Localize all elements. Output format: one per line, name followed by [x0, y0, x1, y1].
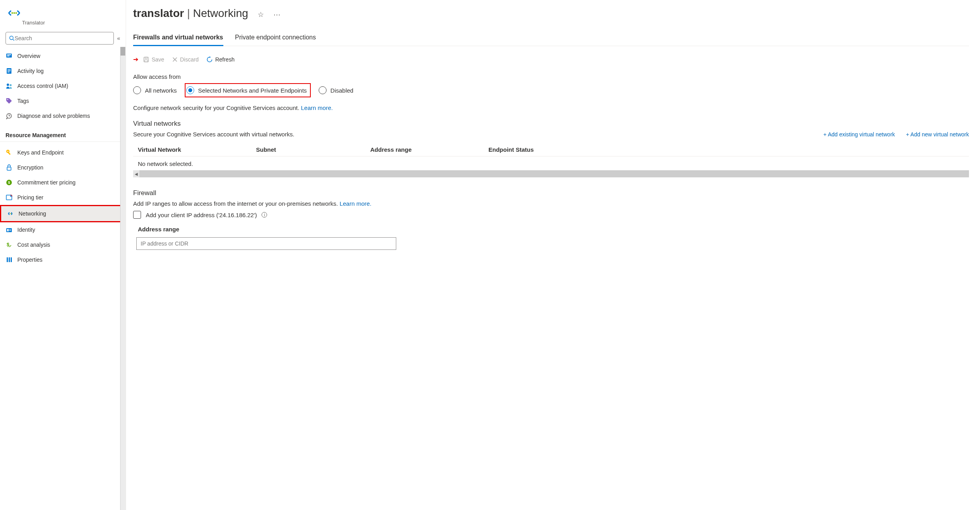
sidebar-item-props[interactable]: Properties: [0, 252, 126, 267]
sidebar-item-tags[interactable]: Tags: [0, 93, 126, 108]
refresh-button[interactable]: Refresh: [206, 56, 234, 63]
sidebar-item-label: Encryption: [17, 164, 43, 171]
sidebar-item-pricing[interactable]: Pricing tier: [0, 190, 126, 205]
refresh-icon: [206, 56, 213, 63]
svg-rect-35: [145, 60, 148, 62]
networking-icon: [7, 210, 14, 217]
sidebar-item-diag[interactable]: Diagnose and solve problems: [0, 108, 126, 123]
sidebar-item-label: Commitment tier pricing: [17, 179, 76, 186]
cost-icon: $: [6, 241, 13, 248]
collapse-sidebar-button[interactable]: «: [117, 35, 120, 41]
svg-text:$: $: [7, 242, 9, 248]
tags-icon: [6, 97, 13, 104]
access-learn-more-link[interactable]: Learn more.: [301, 104, 333, 111]
svg-rect-18: [8, 152, 11, 155]
identity-icon: [6, 226, 13, 233]
ip-address-input[interactable]: [136, 237, 396, 250]
save-icon: [143, 56, 149, 63]
svg-rect-31: [9, 257, 10, 262]
toolbar: ➔ Save Discard Refresh: [133, 56, 969, 63]
svg-rect-7: [7, 56, 9, 56]
sidebar-item-overview[interactable]: Overview: [0, 48, 126, 63]
sidebar-item-label: Diagnose and solve problems: [17, 113, 90, 119]
sidebar-item-tier[interactable]: $Commitment tier pricing: [0, 175, 126, 190]
sidebar-item-label: Access control (IAM): [17, 83, 68, 89]
vnet-horizontal-scrollbar[interactable]: ◀: [133, 170, 969, 177]
radio-circle: [186, 86, 194, 94]
svg-point-13: [10, 84, 12, 86]
discard-button[interactable]: Discard: [172, 56, 199, 63]
sidebar-item-identity[interactable]: Identity: [0, 222, 126, 237]
col-endpoint: Endpoint Status: [488, 146, 964, 153]
svg-point-3: [10, 36, 13, 40]
svg-rect-10: [7, 71, 11, 71]
tabs: Firewalls and virtual networks Private e…: [133, 34, 969, 46]
sidebar-item-lock[interactable]: Encryption: [0, 160, 126, 175]
add-new-vnet-link[interactable]: + Add new virtual network: [906, 131, 969, 138]
sidebar-item-label: Networking: [19, 210, 46, 217]
info-icon[interactable]: i: [262, 212, 267, 218]
tab-firewalls[interactable]: Firewalls and virtual networks: [133, 34, 223, 46]
more-actions-icon[interactable]: ⋯: [273, 10, 280, 19]
svg-rect-32: [11, 257, 12, 262]
sidebar-item-label: Pricing tier: [17, 194, 43, 201]
sidebar-item-iam[interactable]: Access control (IAM): [0, 78, 126, 93]
radio-label: Disabled: [330, 87, 353, 94]
client-ip-checkbox[interactable]: [133, 211, 141, 219]
svg-line-4: [13, 39, 15, 41]
svg-point-2: [15, 12, 17, 14]
sidebar-item-label: Cost analysis: [17, 242, 50, 248]
svg-rect-11: [7, 72, 9, 73]
iam-icon: [6, 82, 13, 89]
vnet-table-empty: No network selected.: [133, 156, 969, 170]
vnet-title: Virtual networks: [133, 120, 969, 128]
firewall-subtext: Add IP ranges to allow access from the i…: [133, 200, 969, 207]
favorite-star-icon[interactable]: ☆: [258, 10, 264, 19]
lock-icon: [6, 164, 13, 171]
sidebar-scrollbar[interactable]: [120, 47, 126, 510]
sidebar-item-cost[interactable]: $Cost analysis: [0, 237, 126, 252]
address-range-label: Address range: [133, 226, 969, 237]
svg-text:$: $: [8, 181, 10, 184]
svg-rect-19: [7, 167, 11, 170]
radio-label: Selected Networks and Private Endpoints: [198, 87, 307, 94]
sidebar-item-networking[interactable]: Networking: [0, 205, 126, 222]
vnet-table-header: Virtual Network Subnet Address range End…: [133, 143, 969, 156]
key-icon: [6, 149, 13, 156]
svg-rect-26: [7, 229, 9, 231]
search-box[interactable]: [6, 32, 114, 45]
sidebar-item-label: Properties: [17, 257, 43, 263]
sidebar-item-label: Activity log: [17, 68, 44, 74]
search-input[interactable]: [15, 35, 110, 41]
sidebar-item-label: Identity: [17, 227, 35, 233]
translator-icon: [6, 7, 21, 19]
pricing-icon: [6, 194, 13, 201]
svg-point-1: [13, 12, 15, 14]
col-vnet: Virtual Network: [138, 146, 256, 153]
add-existing-vnet-link[interactable]: + Add existing virtual network: [823, 131, 895, 138]
svg-point-14: [7, 99, 8, 100]
radio-label: All networks: [145, 87, 177, 94]
radio-circle: [319, 86, 327, 94]
radio-disabled[interactable]: Disabled: [319, 86, 353, 94]
main-content: translator | Networking ☆ ⋯ Firewalls an…: [126, 0, 980, 510]
overview-icon: [6, 52, 13, 60]
svg-rect-34: [145, 57, 147, 59]
save-button[interactable]: Save: [143, 56, 164, 63]
svg-rect-27: [9, 229, 11, 230]
sidebar-item-label: Tags: [17, 98, 29, 104]
firewall-learn-more-link[interactable]: Learn more.: [340, 200, 371, 207]
search-icon: [9, 35, 15, 41]
sidebar-item-log[interactable]: Activity log: [0, 63, 126, 78]
tab-private-endpoints[interactable]: Private endpoint connections: [235, 34, 316, 46]
sidebar-item-label: Overview: [17, 53, 40, 59]
diag-icon: [6, 112, 13, 119]
callout-arrow-icon: ➔: [133, 56, 138, 63]
svg-rect-9: [7, 69, 11, 70]
svg-point-17: [7, 151, 9, 152]
radio-all-networks[interactable]: All networks: [133, 86, 177, 94]
log-icon: [6, 67, 13, 74]
sidebar-item-key[interactable]: Keys and Endpoint: [0, 145, 126, 160]
radio-selected-networks-and-private-endpoints[interactable]: Selected Networks and Private Endpoints: [185, 83, 311, 97]
col-subnet: Subnet: [256, 146, 370, 153]
